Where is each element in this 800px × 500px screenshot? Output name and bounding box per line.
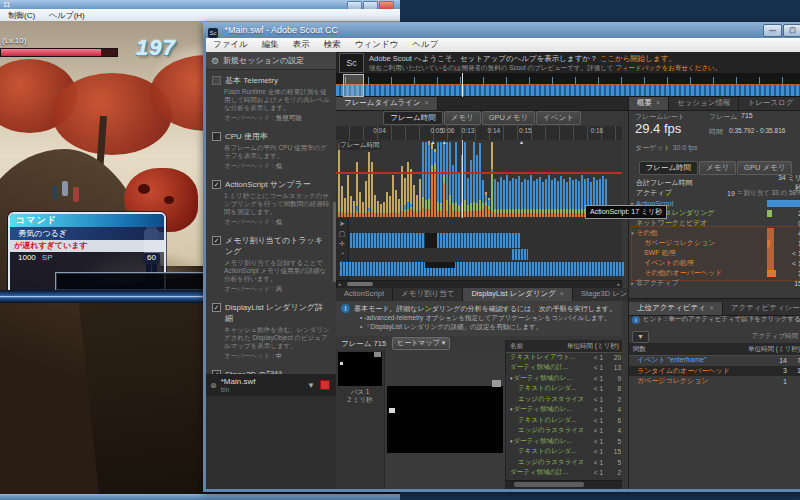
close-icon[interactable]: × (425, 99, 429, 106)
game-maximize-button[interactable] (363, 1, 378, 9)
render-table-scrollbar[interactable] (506, 480, 622, 489)
render-table-row[interactable]: エッジのラスタライズ< 14 (506, 426, 622, 437)
close-icon[interactable]: × (560, 290, 564, 297)
close-icon[interactable]: × (710, 304, 714, 311)
checkbox[interactable] (212, 132, 221, 141)
scout-menu-item-2[interactable]: 表示 (286, 39, 317, 51)
get-started-link[interactable]: ここから開始します。 (600, 54, 676, 63)
expand-arrow[interactable]: ▸ (629, 280, 636, 286)
summary-tab-1[interactable]: セッション情報 (669, 97, 739, 110)
render-table-row[interactable]: ダーティ領域の計...< 113 (506, 363, 622, 374)
summary-tab-0[interactable]: 概要× (629, 97, 669, 110)
render-table-row[interactable]: ▾ダーティ領域のレ...< 14 (506, 405, 622, 416)
checkbox[interactable]: ✓ (212, 303, 221, 312)
summary-row[interactable]: イベントの処理< 1 (629, 258, 800, 268)
pan-tool-icon[interactable]: ✛ (339, 240, 345, 248)
summary-row[interactable]: ネットワークとビデオ0 (629, 218, 800, 228)
frame-time-chart[interactable]: フレーム時間 ▲▲▲ (336, 140, 622, 218)
session-item[interactable]: ⊗ *Main.swf bin ▼ (206, 374, 336, 396)
activity-row[interactable]: ガベージコレクション1 (629, 376, 800, 387)
clock-icon[interactable]: ◔ (340, 250, 344, 258)
frame-bars[interactable] (338, 140, 622, 217)
activity-row[interactable]: イベント "enterframe"147 (629, 355, 800, 366)
scout-minimize-button[interactable]: — (763, 24, 782, 37)
mode-button-2[interactable]: GPUメモリ (482, 111, 535, 125)
scout-menu-item-5[interactable]: ヘルプ (405, 39, 445, 51)
close-icon[interactable]: × (656, 99, 660, 106)
render-preview[interactable] (384, 350, 506, 489)
summary-mode-0[interactable]: フレーム時間 (639, 161, 699, 175)
render-ops-table: 名前 単位時間 (ミリ秒) テキストレイアウト...< 120ダーティ領域の計.… (505, 340, 622, 489)
scroll-left-arrow[interactable]: ◂ (338, 281, 341, 287)
render-info-box: i 基本モード。詳細なレンダリングの分析を確認するには、次の手順を実行します。 … (336, 301, 622, 336)
session-overview-graph[interactable] (336, 73, 800, 97)
render-table-row[interactable]: テキストのレンダ...< 16 (506, 415, 622, 426)
expand-arrow[interactable]: ▾ (629, 230, 636, 236)
summary-tab-2[interactable]: トレースログ (739, 97, 800, 110)
checkbox[interactable]: ✓ (212, 236, 221, 245)
render-table-row[interactable]: ▾ダーティ領域のレ...< 19 (506, 373, 622, 384)
scrollbar-thumb[interactable] (347, 282, 373, 286)
time-ruler[interactable]: 0:040:050:060:130:140:150:16 (336, 126, 622, 141)
render-table-row[interactable]: テキストのレンダ...< 18 (506, 384, 622, 395)
heatmap-dropdown[interactable]: ヒートマップ ▾ (392, 337, 450, 350)
mode-button-3[interactable]: イベント (536, 111, 581, 125)
filter-button[interactable]: ▼ (632, 331, 649, 343)
game-minimize-button[interactable] (347, 1, 362, 9)
render-table-row[interactable]: テキストのレンダ...< 115 (506, 447, 622, 458)
op-name: ダーティ領域の計... (506, 363, 583, 372)
overview-area (336, 85, 800, 96)
scout-menu-item-4[interactable]: ウィンドウ (348, 39, 406, 51)
stop-recording-button[interactable] (320, 380, 330, 390)
scroll-right-arrow[interactable]: ▸ (617, 281, 620, 287)
pass-thumbnail[interactable] (338, 352, 382, 386)
summary-row[interactable]: 合計フレーム時間34 ミリ秒 (629, 178, 800, 188)
displaylist-strip-2[interactable] (512, 249, 528, 260)
activities-tab-0[interactable]: 上位アクティビティ× (629, 302, 723, 315)
tab-frame-timeline[interactable]: フレームタイムライン× (336, 97, 438, 110)
game-titlebar[interactable]: 11 (0, 0, 400, 9)
summary-row[interactable]: ガベージコレクション1 (629, 238, 800, 248)
session-close-icon[interactable]: ⊗ (210, 381, 217, 390)
stage3d-strip[interactable] (340, 262, 624, 276)
activity-row[interactable]: ランタイムのオーバーヘッド31 (629, 366, 800, 377)
frame-tool-icon[interactable]: ▢ (339, 230, 346, 238)
summary-row[interactable]: アクティブ19= 割り当て 33 の 58% (629, 188, 800, 198)
select-tool-icon[interactable]: ➤ (339, 220, 345, 228)
hud-level-label: (Lv.10) (2, 36, 26, 45)
scout-maximize-button[interactable]: ▢ (783, 24, 800, 37)
scout-titlebar[interactable]: Sc *Main.swf - Adobe Scout CC — ▢ (203, 22, 800, 38)
mode-button-0[interactable]: フレーム時間 (383, 111, 443, 125)
game-menu-item-0[interactable]: 制御(C) (8, 10, 35, 21)
render-table-row[interactable]: エッジのラスタライズ< 15 (506, 457, 622, 468)
summary-mode-1[interactable]: メモリ (699, 161, 736, 175)
summary-row[interactable]: ▸非アクティブ15 (629, 278, 800, 288)
filter-icon[interactable]: ▼ (307, 381, 315, 390)
scout-menu-item-0[interactable]: ファイル (206, 39, 255, 51)
detail-tab-0[interactable]: ActionScript (336, 288, 393, 301)
game-close-button[interactable] (379, 1, 394, 9)
expand-arrow[interactable]: ▾ (510, 375, 513, 381)
render-table-row[interactable]: テキストレイアウト...< 120 (506, 352, 622, 363)
scout-menu-item-1[interactable]: 編集 (255, 39, 286, 51)
activities-tab-1[interactable]: アクティビティシーケンス (723, 302, 800, 315)
summary-row[interactable]: その他のオーバーヘッド3 (629, 268, 800, 278)
summary-row[interactable]: ▾その他4 (629, 228, 800, 238)
feedback-link[interactable]: フィードバックをお寄せください。 (615, 64, 721, 71)
detail-tab-1[interactable]: メモリ割り当て (393, 288, 463, 301)
render-table-row[interactable]: ダーティ領域の計...< 12 (506, 468, 622, 479)
render-table-row[interactable]: ▾ダーティ領域のレ...< 15 (506, 436, 622, 447)
frame-timeline-panel: フレームタイムライン× フレーム時間メモリGPUメモリイベント 0:040:05… (336, 97, 628, 489)
expand-arrow[interactable]: ▾ (510, 438, 513, 444)
game-menu-item-1[interactable]: ヘルプ(H) (49, 10, 85, 21)
mode-button-1[interactable]: メモリ (444, 111, 481, 125)
summary-row[interactable]: SWF 処理< 1 (629, 248, 800, 258)
render-table-row[interactable]: エッジのラスタライズ< 12 (506, 394, 622, 405)
checkbox[interactable] (212, 76, 221, 85)
command-item[interactable]: 勇気のつるぎ (10, 227, 164, 240)
expand-arrow[interactable]: ▾ (510, 406, 513, 412)
overview-selection[interactable] (343, 74, 364, 97)
scout-menu-item-3[interactable]: 検索 (317, 39, 348, 51)
checkbox[interactable]: ✓ (212, 180, 221, 189)
detail-tab-2[interactable]: DisplayList レンダリング× (463, 288, 573, 301)
